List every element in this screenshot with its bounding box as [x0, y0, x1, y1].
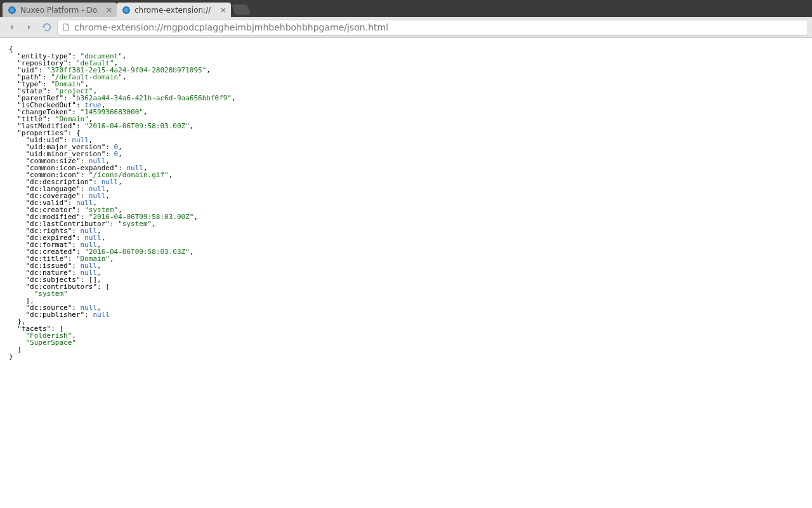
tab-title: Nuxeo Platform - Do	[20, 6, 105, 15]
address-bar[interactable]: chrome-extension://mgpodcplaggheimbjmhbe…	[57, 20, 808, 36]
tab-title: chrome-extension://	[134, 6, 219, 15]
close-icon[interactable]: ×	[105, 6, 113, 14]
tab-nuxeo[interactable]: Nuxeo Platform - Do ×	[3, 3, 117, 17]
close-icon[interactable]: ×	[219, 6, 227, 14]
forward-button[interactable]	[22, 20, 37, 35]
tab-extension[interactable]: chrome-extension:// ×	[117, 3, 231, 17]
back-button[interactable]	[4, 20, 19, 35]
nuxeo-favicon-icon	[8, 6, 16, 15]
new-tab-button[interactable]	[232, 4, 251, 15]
json-viewer[interactable]: { "entity-type": "document", "repository…	[0, 38, 812, 366]
tab-strip: Nuxeo Platform - Do × chrome-extension:/…	[0, 0, 812, 17]
extension-favicon-icon	[122, 6, 131, 15]
browser-toolbar: chrome-extension://mgpodcplaggheimbjmhbe…	[0, 17, 812, 38]
reload-button[interactable]	[39, 20, 55, 35]
page-icon	[62, 23, 70, 32]
url-text: chrome-extension://mgpodcplaggheimbjmhbe…	[74, 22, 804, 32]
